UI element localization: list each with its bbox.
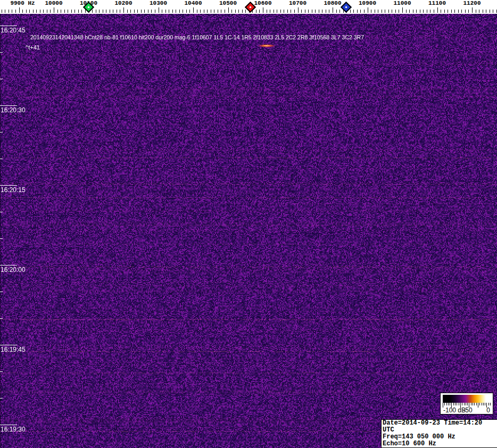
frequency-ruler: 9900 Hz100001010010200103001040010500106… [0,0,497,14]
freq-tick [364,10,365,13]
freq-tick [225,10,225,13]
freq-tick [211,10,211,13]
freq-tick [326,10,326,13]
freq-tick [207,10,208,13]
freq-tick [22,10,23,13]
freq-tick [159,7,159,13]
colorbar-label-mid: -50 [463,406,472,414]
freq-tick [308,10,309,13]
colorbar-gradient [443,395,491,403]
freq-tick [298,7,299,13]
freq-tick [81,10,82,13]
freq-tick-label: 11000 [393,0,411,6]
time-tick-major [0,265,17,266]
freq-tick [461,10,462,13]
info-line-date-time: Date=2014-09-23 Time=14:20 UTC [383,420,496,434]
freq-tick-label: 9900 Hz [10,0,35,6]
time-tick-minor [0,212,3,212]
freq-tick [19,7,20,13]
freq-tick [200,10,201,13]
freq-tick [392,10,392,13]
freq-tick [106,10,106,13]
freq-tick [315,10,316,13]
freq-tick [385,10,385,13]
time-tick-major [0,345,17,345]
freq-tick [183,10,183,13]
meteor-echo-streak [258,44,276,47]
time-tick-minor [0,159,3,159]
freq-tick [284,10,284,13]
freq-tick [245,10,246,13]
freq-tick [43,10,44,13]
freq-tick [280,10,281,13]
freq-tick [165,10,166,13]
freq-tick [78,10,79,13]
freq-tick [110,10,110,13]
freq-tick [155,10,155,13]
freq-tick [294,10,295,13]
freq-tick [259,10,260,13]
freq-tick [375,10,375,13]
colorbar-label-max: 0 [486,406,490,414]
freq-tick-label: 10200 [114,0,132,6]
freq-tick [409,10,410,13]
freq-tick-label: 10700 [289,0,307,6]
time-tick-major [0,185,17,186]
freq-tick [238,10,239,13]
freq-tick [486,10,486,13]
freq-tick [371,10,371,13]
freq-tick [176,10,176,13]
freq-tick [130,10,131,13]
freq-tick [99,10,100,13]
spectrogram-canvas [0,0,497,448]
freq-tick [402,7,403,13]
freq-tick [277,10,277,13]
freq-tick [427,10,427,13]
colorbar-legend: -100 dB -50 0 [440,393,493,414]
freq-tick [113,10,113,13]
freq-tick [336,10,337,13]
freq-tick [179,10,180,13]
time-tick-major [0,105,17,106]
freq-tick [420,10,420,13]
freq-tick-label: 10000 [45,0,62,6]
freq-tick [287,10,288,13]
freq-tick [388,10,389,13]
freq-tick [47,10,47,13]
event-time-offset-label: ^t+41 [26,44,40,51]
freq-tick [329,10,329,13]
time-tick-label: 16:20:45 [1,27,26,34]
time-tick-minor [0,398,3,399]
time-tick-label: 16:20:00 [1,266,26,273]
freq-tick [458,10,459,13]
freq-tick [228,7,229,13]
time-tick-minor [0,79,3,79]
freq-tick [350,10,351,13]
freq-tick-label: 11200 [463,0,481,6]
freq-tick [144,10,145,13]
freq-tick [74,10,75,13]
freq-tick [493,10,493,13]
freq-tick [454,10,455,13]
freq-tick [333,7,333,13]
time-tick-minor [0,238,3,239]
spectrogram-window: { "chart_data": { "type": "heatmap", "su… [0,0,497,448]
freq-tick [127,10,128,13]
freq-tick [103,10,103,13]
freq-tick-label: 10400 [184,0,202,6]
freq-tick [451,10,452,13]
freq-tick [267,10,267,13]
freq-tick [26,10,27,13]
freq-tick [148,10,148,13]
time-tick-label: 16:20:30 [1,106,26,114]
freq-tick [490,10,490,13]
freq-tick [434,10,434,13]
freq-tick [312,10,312,13]
freq-tick [378,10,378,13]
freq-tick [96,10,96,13]
freq-tick [399,10,399,13]
freq-tick [141,10,142,13]
freq-tick [479,10,479,13]
freq-tick-label: 10500 [219,0,237,6]
freq-tick [57,10,58,13]
